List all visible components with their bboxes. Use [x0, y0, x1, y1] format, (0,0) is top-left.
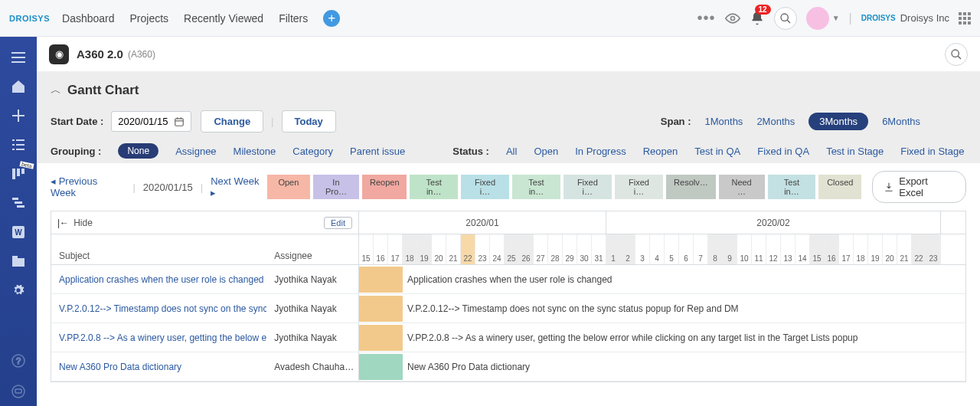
status-reopen[interactable]: Reopen: [643, 146, 678, 157]
issue-subject[interactable]: Application crashes when the user role i…: [51, 265, 266, 293]
change-button[interactable]: Change: [201, 110, 263, 133]
span-1m[interactable]: 1Months: [705, 116, 743, 127]
day-header: 5: [665, 234, 679, 264]
user-menu[interactable]: ▼: [806, 7, 840, 30]
svg-rect-11: [16, 144, 24, 146]
issue-subject[interactable]: V.P.2.0.12--> Timestamp does not sync on…: [51, 294, 266, 323]
day-header: 12: [766, 234, 781, 264]
table-row: V.P.2.0.12--> Timestamp does not sync on…: [51, 294, 965, 323]
status-label: Status :: [452, 146, 489, 157]
day-header: 22: [461, 234, 475, 264]
gantt-bar[interactable]: New A360 Pro Data dictionary: [359, 354, 530, 380]
gantt-bar-label: Application crashes when the user role i…: [407, 274, 612, 285]
legend-6[interactable]: Fixed i…: [564, 175, 612, 199]
add-button[interactable]: +: [323, 10, 340, 27]
add-icon[interactable]: [0, 101, 37, 130]
prev-week[interactable]: ◂ Previous Week: [51, 175, 125, 198]
legend-9[interactable]: Need …: [719, 175, 765, 199]
legend-8[interactable]: Resolv…: [666, 175, 715, 199]
notifications-icon[interactable]: 12: [750, 11, 765, 26]
day-header: 19: [868, 234, 883, 264]
gantt-bar-label: V.PP.2.0.8 --> As a winery user, getting…: [407, 332, 858, 343]
grouping-milestone[interactable]: Milestone: [234, 146, 276, 157]
gantt-table: |← Hide Edit 2020/012020/02 Subject Assi…: [51, 211, 966, 382]
status-all[interactable]: All: [506, 146, 517, 157]
svg-rect-15: [17, 169, 20, 176]
project-icon: ◉: [49, 44, 69, 64]
project-search-icon[interactable]: [945, 43, 968, 66]
next-week[interactable]: Next Week ▸: [211, 175, 267, 198]
more-icon[interactable]: •••: [697, 9, 716, 27]
issue-subject[interactable]: V.PP.2.0.8 --> As a winery user, getting…: [51, 323, 266, 352]
legend-2[interactable]: Reopen: [362, 175, 407, 199]
edit-button[interactable]: Edit: [324, 217, 352, 229]
help-icon[interactable]: ?: [0, 346, 37, 375]
span-2m[interactable]: 2Months: [756, 116, 795, 127]
nav-projects[interactable]: Projects: [130, 12, 169, 25]
apps-icon[interactable]: [959, 12, 971, 25]
export-excel-button[interactable]: Export Excel: [872, 171, 966, 203]
start-date-input[interactable]: 2020/01/15: [111, 111, 191, 132]
day-header: 23: [475, 234, 490, 264]
today-button[interactable]: Today: [282, 110, 336, 133]
legend-1[interactable]: In Pro…: [313, 175, 359, 199]
search-icon[interactable]: [774, 7, 797, 30]
day-header: 15: [359, 234, 374, 264]
gantt-bar[interactable]: V.P.2.0.12--> Timestamp does not sync on…: [359, 296, 739, 322]
day-header: 26: [519, 234, 534, 264]
list-icon[interactable]: [0, 130, 37, 159]
grouping-parent[interactable]: Parent issue: [350, 146, 405, 157]
nav-recently-viewed[interactable]: Recently Viewed: [184, 12, 263, 25]
grouping-category[interactable]: Category: [292, 146, 333, 157]
legend-10[interactable]: Test in…: [768, 175, 816, 199]
watch-icon[interactable]: [725, 11, 740, 26]
status-test-stage[interactable]: Test in Stage: [826, 146, 884, 157]
svg-text:?: ?: [16, 356, 21, 365]
gantt-bar[interactable]: V.PP.2.0.8 --> As a winery user, getting…: [359, 325, 858, 351]
status-open[interactable]: Open: [534, 146, 558, 157]
collapse-icon[interactable]: ︿: [51, 83, 61, 97]
chat-icon[interactable]: [0, 377, 37, 406]
nav-dashboard[interactable]: Dashboard: [62, 12, 115, 25]
legend-0[interactable]: Open: [267, 175, 310, 199]
grouping-assignee[interactable]: Assignee: [175, 146, 216, 157]
hide-label[interactable]: Hide: [74, 218, 93, 228]
svg-rect-8: [12, 139, 15, 141]
svg-rect-27: [15, 389, 21, 393]
issue-assignee: Jyothika Nayak: [266, 294, 358, 323]
gantt-icon[interactable]: [0, 188, 37, 218]
gantt-bar[interactable]: Application crashes when the user role i…: [359, 267, 612, 293]
svg-line-2: [787, 20, 790, 23]
day-header: 23: [926, 234, 941, 264]
top-bar: DROISYS Dashboard Projects Recently View…: [0, 0, 980, 37]
status-fixed-qa[interactable]: Fixed in QA: [757, 146, 809, 157]
collapse-panel-icon[interactable]: |←: [57, 218, 69, 228]
legend-11[interactable]: Closed: [818, 175, 861, 199]
nav-filters[interactable]: Filters: [279, 12, 308, 25]
wiki-icon[interactable]: W: [0, 218, 37, 247]
span-6m[interactable]: 6Months: [882, 116, 920, 127]
svg-point-0: [730, 16, 734, 20]
day-header: 8: [708, 234, 723, 264]
home-icon[interactable]: [0, 72, 37, 101]
menu-icon[interactable]: [0, 43, 37, 72]
legend-5[interactable]: Test in…: [512, 175, 560, 199]
span-3m[interactable]: 3Months: [808, 113, 868, 130]
legend-3[interactable]: Test in…: [410, 175, 458, 199]
notif-badge: 12: [755, 5, 771, 15]
files-icon[interactable]: [0, 247, 37, 276]
legend-row: ◂ Previous Week | 2020/01/15 | Next Week…: [37, 163, 980, 211]
legend-4[interactable]: Fixed i…: [461, 175, 509, 199]
grouping-none[interactable]: None: [118, 143, 158, 159]
status-inprogress[interactable]: In Progress: [575, 146, 626, 157]
svg-rect-3: [11, 52, 25, 54]
board-icon[interactable]: beta: [0, 159, 37, 188]
day-header: 17: [839, 234, 854, 264]
settings-icon[interactable]: [0, 276, 37, 305]
status-fixed-stage[interactable]: Fixed in Stage: [900, 146, 964, 157]
status-test-qa[interactable]: Test in QA: [694, 146, 740, 157]
issue-subject[interactable]: New A360 Pro Data dictionary: [51, 352, 266, 381]
legend-7[interactable]: Fixed i…: [615, 175, 663, 199]
app-logo: DROISYS: [9, 14, 50, 23]
day-header: 3: [635, 234, 650, 264]
